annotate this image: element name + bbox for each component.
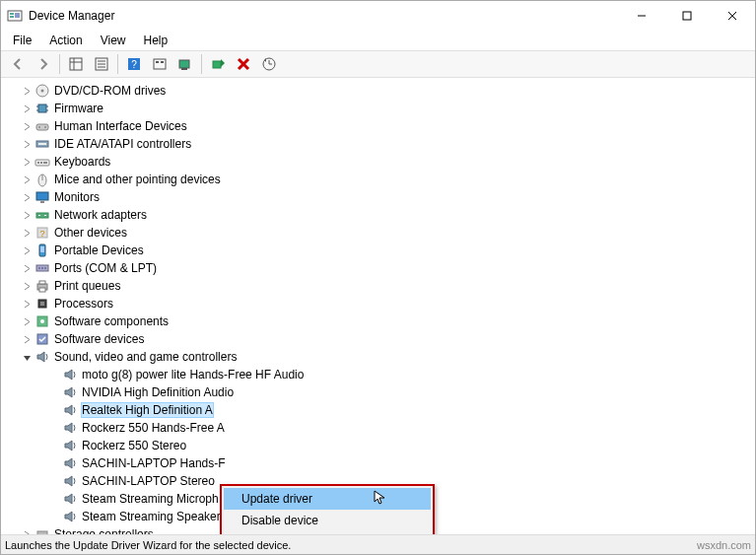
svg-point-34 (38, 126, 40, 128)
chevron-right-icon[interactable] (21, 282, 33, 291)
tree-category[interactable]: ? Other devices (7, 224, 755, 242)
chevron-right-icon[interactable] (21, 264, 33, 273)
category-icon (34, 189, 50, 205)
menu-view[interactable]: View (93, 33, 134, 48)
chevron-right-icon[interactable] (21, 246, 33, 255)
category-label: IDE ATA/ATAPI controllers (54, 137, 191, 151)
tree-device[interactable]: Rockerz 550 Stereo (7, 437, 755, 454)
category-label: Processors (54, 297, 113, 311)
show-hidden-button[interactable] (64, 53, 88, 75)
tree-category[interactable]: DVD/CD-ROM drives (7, 82, 755, 100)
svg-point-56 (44, 267, 46, 269)
context-menu-disable-device[interactable]: Disable device (224, 510, 431, 531)
category-icon: ? (34, 225, 50, 241)
svg-rect-40 (40, 162, 42, 164)
tree-device[interactable]: Realtek High Definition A (7, 401, 755, 419)
chevron-right-icon[interactable] (21, 317, 33, 326)
chevron-right-icon[interactable] (21, 87, 33, 96)
category-label: Mice and other pointing devices (54, 173, 221, 186)
svg-rect-61 (40, 302, 44, 306)
context-menu-update-driver[interactable]: Update driver (224, 488, 431, 510)
svg-rect-37 (38, 143, 46, 145)
svg-rect-48 (44, 215, 46, 216)
device-label: Realtek High Definition A (82, 403, 213, 417)
chevron-right-icon[interactable] (21, 335, 33, 344)
tree-category[interactable]: Portable Devices (7, 242, 755, 259)
category-label: Network adapters (54, 208, 147, 222)
status-right: wsxdn.com (697, 539, 751, 551)
svg-rect-28 (38, 104, 46, 112)
svg-rect-18 (156, 61, 159, 63)
category-icon (34, 207, 50, 223)
context-menu: Update driverDisable deviceUninstall dev… (220, 484, 435, 536)
forward-button[interactable] (32, 53, 55, 75)
category-label: Firmware (54, 102, 103, 115)
tree-category[interactable]: Human Interface Devices (7, 117, 755, 135)
category-icon (34, 260, 50, 276)
chevron-right-icon[interactable] (21, 229, 33, 238)
chevron-right-icon[interactable] (21, 211, 33, 220)
back-button[interactable] (6, 53, 30, 75)
svg-rect-8 (70, 58, 82, 70)
tree-device[interactable]: Rockerz 550 Hands-Free A (7, 419, 755, 437)
category-label: Human Interface Devices (54, 119, 187, 133)
sound-icon (62, 402, 78, 418)
category-label: Monitors (54, 190, 100, 204)
chevron-right-icon[interactable] (21, 193, 33, 202)
uninstall-button[interactable] (232, 53, 255, 75)
svg-rect-33 (36, 124, 48, 130)
update-driver-button[interactable] (257, 53, 281, 75)
tree-category[interactable]: Firmware (7, 100, 755, 117)
svg-rect-3 (15, 13, 20, 18)
tree-device[interactable]: SACHIN-LAPTOP Hands-F (7, 454, 755, 472)
device-label: moto g(8) power lite Hands-Free HF Audio (82, 368, 304, 382)
chevron-right-icon[interactable] (21, 300, 33, 309)
chevron-right-icon[interactable] (21, 158, 33, 167)
tree-category[interactable]: IDE ATA/ATAPI controllers (7, 135, 755, 153)
category-icon (34, 313, 50, 329)
tree-category[interactable]: Monitors (7, 188, 755, 206)
menu-file[interactable]: File (5, 33, 39, 48)
device-tree[interactable]: DVD/CD-ROM drives Firmware Human Interfa… (1, 78, 755, 536)
toolbar: ? (1, 50, 755, 78)
devices-button[interactable] (148, 53, 172, 75)
toolbar-separator (201, 54, 202, 74)
menu-help[interactable]: Help (136, 33, 176, 48)
scan-hardware-button[interactable] (173, 53, 197, 75)
menu-action[interactable]: Action (41, 33, 90, 48)
properties-button[interactable] (90, 53, 113, 75)
tree-category[interactable]: Processors (7, 295, 755, 312)
enable-button[interactable] (206, 53, 230, 75)
chevron-right-icon[interactable] (21, 140, 33, 149)
category-icon (34, 296, 50, 312)
category-label: Ports (COM & LPT) (54, 261, 157, 275)
svg-rect-41 (43, 162, 47, 164)
chevron-right-icon[interactable] (21, 104, 33, 113)
category-label: Software components (54, 314, 169, 328)
tree-category[interactable]: Software devices (7, 330, 755, 348)
svg-point-55 (41, 267, 43, 269)
tree-category[interactable]: Software components (7, 312, 755, 330)
maximize-button[interactable] (664, 1, 710, 31)
tree-device[interactable]: NVIDIA High Definition Audio (7, 383, 755, 401)
tree-category[interactable]: Print queues (7, 277, 755, 295)
tree-device[interactable]: moto g(8) power lite Hands-Free HF Audio (7, 366, 755, 383)
category-label: DVD/CD-ROM drives (54, 84, 166, 98)
chevron-right-icon[interactable] (21, 122, 33, 131)
tree-category[interactable]: Network adapters (7, 206, 755, 224)
tree-category[interactable]: Ports (COM & LPT) (7, 259, 755, 277)
help-button[interactable]: ? (122, 53, 146, 75)
chevron-right-icon[interactable] (21, 175, 33, 184)
tree-category-sound[interactable]: Sound, video and game controllers (7, 348, 755, 366)
svg-point-54 (38, 267, 40, 269)
minimize-button[interactable] (619, 1, 664, 31)
close-button[interactable] (710, 1, 755, 31)
device-label: Rockerz 550 Stereo (82, 439, 186, 452)
toolbar-separator (59, 54, 60, 74)
svg-rect-19 (161, 61, 164, 63)
device-label: Steam Streaming Speaker (82, 510, 221, 523)
tree-category[interactable]: Keyboards (7, 153, 755, 171)
tree-category[interactable]: Mice and other pointing devices (7, 171, 755, 188)
chevron-down-icon[interactable] (21, 353, 33, 362)
category-icon (34, 101, 50, 116)
